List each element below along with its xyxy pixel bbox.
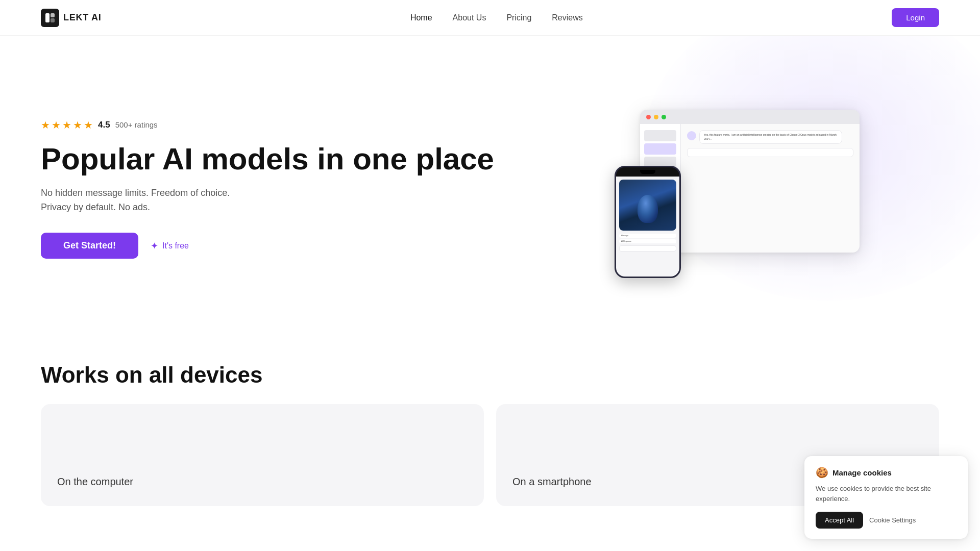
star-3: ★ xyxy=(62,119,71,131)
sidebar-mock-1 xyxy=(644,130,676,141)
mobile-input-bar xyxy=(619,245,676,252)
hero-title: Popular AI models in one place xyxy=(41,142,535,176)
login-button[interactable]: Login xyxy=(892,8,939,27)
cookie-actions: Accept All Cookie Settings xyxy=(816,512,957,527)
mock-msg-1: Yes, this feature works. I am an artific… xyxy=(687,130,853,144)
star-1: ★ xyxy=(41,119,50,131)
hero-image-area: Yes, this feature works. I am an artific… xyxy=(535,110,939,268)
star-rating: ★ ★ ★ ★ ★ xyxy=(41,119,93,131)
logo-text: LEKT AI xyxy=(63,12,101,23)
rating-score: 4.5 xyxy=(98,120,110,130)
mobile-notch xyxy=(640,170,655,174)
cookie-banner: 🍪 Manage cookies We use cookies to provi… xyxy=(804,456,968,527)
device-label-computer: On the computer xyxy=(57,476,468,488)
mobile-mockup: Message AI Response xyxy=(615,166,681,278)
svg-rect-1 xyxy=(51,13,55,17)
mobile-top-bar xyxy=(616,167,679,177)
nav-links: Home About Us Pricing Reviews xyxy=(410,13,583,22)
nav-home[interactable]: Home xyxy=(410,13,432,22)
hero-mockup: Yes, this feature works. I am an artific… xyxy=(615,110,860,268)
dot-green xyxy=(662,115,666,119)
star-2: ★ xyxy=(52,119,61,131)
cookie-title: Manage cookies xyxy=(832,468,892,477)
navbar: LEKT AI Home About Us Pricing Reviews Lo… xyxy=(0,0,980,36)
hero-subtitle: No hidden message limits. Freedom of cho… xyxy=(41,186,255,215)
mock-bubble-1: Yes, this feature works. I am an artific… xyxy=(699,130,842,144)
nav-about[interactable]: About Us xyxy=(453,13,486,22)
mobile-bubble-2: AI Response xyxy=(619,239,676,243)
mobile-image xyxy=(619,180,676,231)
logo[interactable]: LEKT AI xyxy=(41,9,101,27)
get-started-button[interactable]: Get Started! xyxy=(41,233,138,259)
nav-reviews[interactable]: Reviews xyxy=(552,13,582,22)
mock-avatar-1 xyxy=(687,131,696,140)
hero-section: ★ ★ ★ ★ ★ 4.5 500+ ratings Popular AI mo… xyxy=(0,36,980,332)
dot-yellow xyxy=(654,115,658,119)
dot-red xyxy=(646,115,651,119)
cookie-settings-button[interactable]: Cookie Settings xyxy=(869,516,916,524)
mock-input xyxy=(687,148,853,157)
mobile-msg-1: Message xyxy=(619,234,676,238)
mobile-msg-2: AI Response xyxy=(619,239,676,243)
cookie-header: 🍪 Manage cookies xyxy=(816,466,957,479)
bird-image xyxy=(619,180,676,231)
mobile-body: Message AI Response xyxy=(616,177,679,277)
star-4: ★ xyxy=(73,119,82,131)
desktop-title-bar xyxy=(640,110,860,124)
svg-rect-0 xyxy=(45,13,50,22)
cookie-description: We use cookies to provide the best site … xyxy=(816,484,957,504)
its-free-label: ✦ It's free xyxy=(151,240,189,252)
accept-all-button[interactable]: Accept All xyxy=(816,512,863,527)
star-5: ★ xyxy=(84,119,93,131)
works-title: Works on all devices xyxy=(41,362,939,388)
sparkle-icon: ✦ xyxy=(151,240,158,252)
device-card-computer: On the computer xyxy=(41,404,484,506)
sidebar-mock-2 xyxy=(644,143,676,155)
hero-rating: ★ ★ ★ ★ ★ 4.5 500+ ratings xyxy=(41,119,535,131)
nav-pricing[interactable]: Pricing xyxy=(506,13,531,22)
mobile-bubble-1: Message xyxy=(619,234,676,238)
cookie-emoji: 🍪 xyxy=(816,466,828,479)
its-free-text: It's free xyxy=(162,241,189,251)
logo-icon xyxy=(41,9,59,27)
desktop-main: Yes, this feature works. I am an artific… xyxy=(681,124,860,253)
hero-actions: Get Started! ✦ It's free xyxy=(41,233,535,259)
hero-content: ★ ★ ★ ★ ★ 4.5 500+ ratings Popular AI mo… xyxy=(41,119,535,259)
rating-count: 500+ ratings xyxy=(115,120,158,129)
svg-rect-2 xyxy=(51,18,55,22)
